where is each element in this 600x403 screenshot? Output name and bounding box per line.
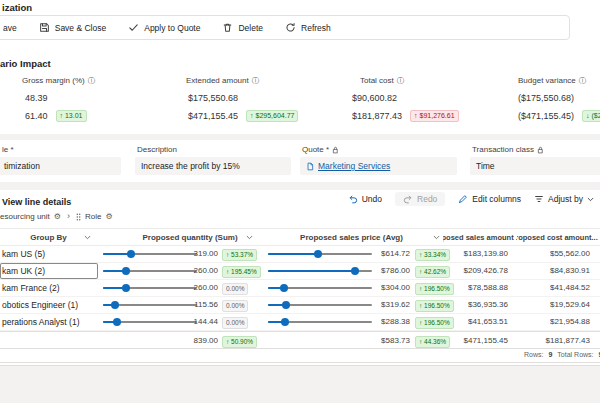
title-input[interactable]: timization [0, 157, 121, 175]
command-bar: ave Save & Close Apply to Quote Delete R… [0, 15, 570, 40]
price-value: $304.00 [336, 280, 410, 296]
row-label[interactable]: kam US (5) [2, 246, 96, 262]
row-label[interactable]: perations Analyst (1) [2, 314, 96, 330]
save-close-button[interactable]: Save & Close [28, 22, 118, 33]
quantity-delta-badge: ↑ 53.37% [222, 249, 257, 261]
quantity-value: 260.00 [158, 280, 218, 296]
table-row: perations Analyst (1) 144.44 0.00% $288.… [0, 314, 600, 331]
totals-row: 839.00 ↑ 50.90% $583.73 ↑ 44.36% $471,15… [0, 331, 600, 349]
save-button-label: ave [3, 23, 17, 33]
info-icon[interactable]: ⓘ [397, 77, 405, 85]
sales-amount-value: $36,935.36 [420, 297, 508, 313]
undo-button[interactable]: Undo [348, 194, 382, 204]
document-icon [306, 162, 314, 171]
metric-delta-badge: ↑ $91,276.61 [410, 110, 458, 122]
pencil-icon [458, 194, 468, 204]
info-icon[interactable]: ⓘ [88, 77, 96, 85]
save-button[interactable]: ave [3, 23, 28, 33]
gear-icon[interactable]: ⚙ [105, 213, 112, 221]
column-header-proposed-cost-amount[interactable]: Proposed cost amount... [517, 229, 600, 246]
slider-thumb[interactable] [122, 267, 130, 275]
metric-label-extended-amount: Extended amount ⓘ [186, 76, 259, 85]
apply-to-quote-label: Apply to Quote [144, 23, 200, 33]
lock-icon [332, 146, 339, 154]
section-title: ario Impact [0, 58, 51, 69]
quantity-value: 144.44 [158, 314, 218, 330]
apply-to-quote-button[interactable]: Apply to Quote [117, 22, 211, 33]
slider-thumb[interactable] [111, 301, 119, 309]
quantity-delta-badge: 0.00% [222, 300, 248, 312]
save-close-icon [39, 22, 50, 33]
status-bar: Rows:9 Total Rows:9 Filtered Rows: [524, 351, 600, 358]
cost-amount-value: $19,529.64 [512, 297, 590, 313]
check-icon [128, 22, 139, 33]
trash-icon [222, 22, 233, 33]
redo-icon [403, 194, 413, 204]
cost-amount-value: $84,830.91 [512, 263, 590, 279]
slider-thumb[interactable] [122, 284, 130, 292]
column-header-proposed-sales-amount[interactable]: Proposed sales amount ... [443, 229, 517, 246]
row-label[interactable]: kam France (2) [2, 280, 96, 296]
undo-icon [348, 194, 358, 204]
field-quote: Quote * Marketing Services [300, 140, 457, 182]
column-header-group-by[interactable]: Group By [0, 229, 97, 246]
slider-thumb[interactable] [282, 301, 290, 309]
metric-proposed-row: $471,155.45 ↑ $295,604.77 [188, 110, 298, 122]
field-transaction-class: Transaction class Time [470, 140, 600, 182]
slider-thumb[interactable] [127, 250, 135, 258]
sales-amount-value: $78,588.88 [420, 280, 508, 296]
cost-amount-total: $181,877.43 [512, 332, 590, 349]
metric-proposed-value: ($471,155.45) [518, 111, 574, 121]
metric-delta-badge: ↑ $295,604.77 [246, 110, 298, 122]
slider-thumb[interactable] [113, 318, 121, 326]
metric-delta-badge: ↓ ($295,604.77) [582, 110, 600, 122]
lock-icon [537, 146, 544, 154]
field-label: Transaction class [472, 145, 544, 154]
group-chip-resourcing-unit[interactable]: esourcing unit ⚙ [0, 212, 61, 221]
gear-icon[interactable]: ⚙ [54, 213, 61, 221]
total-rows-label: Total Rows: [557, 351, 593, 358]
refresh-icon [285, 22, 296, 33]
column-header-proposed-sales-price[interactable]: Proposed sales price (Avg) [258, 229, 445, 246]
metric-delta-badge: ↑ 13.01 [56, 110, 87, 122]
quote-lookup[interactable]: Marketing Services [300, 157, 457, 175]
row-label[interactable]: obotics Engineer (1) [2, 297, 96, 313]
group-chip-role[interactable]: Role ⚙ [76, 212, 113, 221]
table-row: kam France (2) 260.00 0.00% $304.00 ↑ 19… [0, 280, 600, 297]
grid-header-row: Group By Proposed quantity (Sum) Propose… [0, 228, 600, 246]
slider-thumb[interactable] [280, 284, 288, 292]
info-icon[interactable]: ⓘ [252, 77, 260, 85]
refresh-button[interactable]: Refresh [274, 22, 342, 33]
page-background [0, 365, 600, 403]
rows-label: Rows: [524, 351, 543, 358]
info-icon[interactable]: ⓘ [579, 77, 587, 85]
metric-label-gross-margin: Gross margin (%) ⓘ [22, 76, 95, 85]
quote-link[interactable]: Marketing Services [306, 161, 390, 171]
slider-thumb[interactable] [281, 318, 289, 326]
adjust-by-button[interactable]: Adjust by [534, 194, 594, 204]
quantity-total-delta-badge: ↑ 50.90% [222, 336, 257, 348]
quantity-total: 839.00 [158, 332, 218, 349]
filter-icon [534, 194, 544, 204]
description-input[interactable]: Increase the profit by 15% [135, 157, 291, 175]
slider-thumb[interactable] [314, 250, 322, 258]
chevron-down-icon [587, 196, 594, 203]
table-row: obotics Engineer (1) 115.56 0.00% $319.6… [0, 297, 600, 314]
field-label: Quote * [302, 145, 339, 154]
grid-actions: Undo Redo Edit columns Adjust by [348, 192, 594, 206]
redo-button[interactable]: Redo [395, 192, 445, 206]
sales-amount-value: $183,139.80 [420, 246, 508, 262]
delete-button[interactable]: Delete [211, 22, 274, 33]
cost-amount-value: $55,562.00 [512, 246, 590, 262]
table-row: kam UK (2) 260.00 ↑ 195.45% $786.00 ↑ 42… [0, 263, 600, 280]
chevron-down-icon [84, 234, 91, 241]
refresh-label: Refresh [301, 23, 331, 33]
row-label[interactable]: kam UK (2) [0, 263, 98, 279]
transaction-class-input[interactable]: Time [470, 157, 600, 175]
quantity-value: 260.00 [158, 263, 218, 279]
edit-columns-button[interactable]: Edit columns [458, 194, 521, 204]
price-value: $288.38 [336, 314, 410, 330]
delete-label: Delete [238, 23, 263, 33]
quantity-value: 319.00 [158, 246, 218, 262]
metric-label-budget-variance: Budget variance ⓘ [518, 76, 586, 85]
